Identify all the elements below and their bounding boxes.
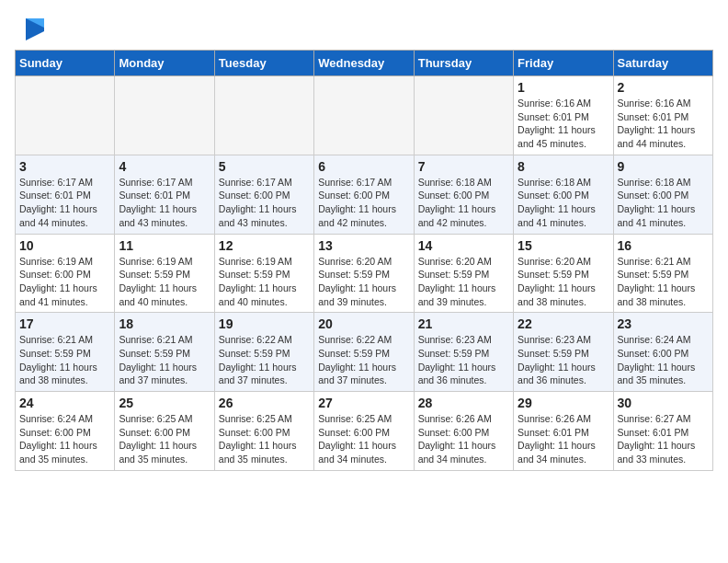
calendar-cell: 12Sunrise: 6:19 AMSunset: 5:59 PMDayligh… [214,234,313,313]
day-number: 4 [119,159,210,174]
calendar-week-row: 10Sunrise: 6:19 AMSunset: 6:00 PMDayligh… [16,234,713,313]
calendar-cell: 3Sunrise: 6:17 AMSunset: 6:01 PMDaylight… [16,155,115,234]
day-info: Sunrise: 6:17 AMSunset: 6:01 PMDaylight:… [119,176,210,230]
day-info: Sunrise: 6:19 AMSunset: 6:00 PMDaylight:… [19,255,110,309]
calendar-cell: 16Sunrise: 6:21 AMSunset: 5:59 PMDayligh… [613,234,712,313]
day-info: Sunrise: 6:24 AMSunset: 6:00 PMDaylight:… [618,333,709,387]
day-number: 19 [219,316,310,331]
calendar-cell: 14Sunrise: 6:20 AMSunset: 5:59 PMDayligh… [414,234,513,313]
day-info: Sunrise: 6:25 AMSunset: 6:00 PMDaylight:… [318,412,409,466]
day-info: Sunrise: 6:23 AMSunset: 5:59 PMDaylight:… [518,333,609,387]
calendar-cell: 5Sunrise: 6:17 AMSunset: 6:00 PMDaylight… [214,155,313,234]
day-info: Sunrise: 6:21 AMSunset: 5:59 PMDaylight:… [19,333,110,387]
day-info: Sunrise: 6:25 AMSunset: 6:00 PMDaylight:… [119,412,210,466]
day-info: Sunrise: 6:25 AMSunset: 6:00 PMDaylight:… [219,412,310,466]
header [15,15,713,40]
day-info: Sunrise: 6:17 AMSunset: 6:01 PMDaylight:… [19,176,110,230]
day-info: Sunrise: 6:19 AMSunset: 5:59 PMDaylight:… [119,255,210,309]
calendar-cell: 29Sunrise: 6:26 AMSunset: 6:01 PMDayligh… [514,392,613,471]
day-info: Sunrise: 6:26 AMSunset: 6:01 PMDaylight:… [518,412,609,466]
day-info: Sunrise: 6:19 AMSunset: 5:59 PMDaylight:… [219,255,310,309]
day-number: 5 [219,159,310,174]
day-number: 8 [518,159,609,174]
calendar-cell [214,76,313,155]
calendar-cell: 11Sunrise: 6:19 AMSunset: 5:59 PMDayligh… [115,234,214,313]
weekday-header: Tuesday [214,51,313,76]
calendar-cell: 18Sunrise: 6:21 AMSunset: 5:59 PMDayligh… [115,313,214,392]
day-number: 25 [119,396,210,410]
day-number: 29 [518,396,609,410]
day-number: 26 [219,396,310,410]
calendar-week-row: 1Sunrise: 6:16 AMSunset: 6:01 PMDaylight… [16,76,713,155]
day-number: 16 [618,238,709,253]
calendar-cell: 26Sunrise: 6:25 AMSunset: 6:00 PMDayligh… [214,392,313,471]
calendar-week-row: 24Sunrise: 6:24 AMSunset: 6:00 PMDayligh… [16,392,713,471]
day-info: Sunrise: 6:20 AMSunset: 5:59 PMDaylight:… [418,255,509,309]
weekday-header: Thursday [414,51,513,76]
day-info: Sunrise: 6:22 AMSunset: 5:59 PMDaylight:… [219,333,310,387]
calendar-cell: 7Sunrise: 6:18 AMSunset: 6:00 PMDaylight… [414,155,513,234]
calendar-cell: 1Sunrise: 6:16 AMSunset: 6:01 PMDaylight… [514,76,613,155]
calendar-cell [314,76,414,155]
calendar-cell: 25Sunrise: 6:25 AMSunset: 6:00 PMDayligh… [115,392,214,471]
weekday-header: Friday [514,51,613,76]
calendar-cell: 2Sunrise: 6:16 AMSunset: 6:01 PMDaylight… [613,76,712,155]
day-number: 6 [318,159,409,174]
day-info: Sunrise: 6:17 AMSunset: 6:00 PMDaylight:… [219,176,310,230]
calendar-cell: 24Sunrise: 6:24 AMSunset: 6:00 PMDayligh… [16,392,115,471]
calendar-cell: 27Sunrise: 6:25 AMSunset: 6:00 PMDayligh… [314,392,414,471]
calendar-cell: 23Sunrise: 6:24 AMSunset: 6:00 PMDayligh… [613,313,712,392]
calendar-cell: 19Sunrise: 6:22 AMSunset: 5:59 PMDayligh… [214,313,313,392]
day-info: Sunrise: 6:18 AMSunset: 6:00 PMDaylight:… [518,176,609,230]
day-info: Sunrise: 6:21 AMSunset: 5:59 PMDaylight:… [119,333,210,387]
weekday-header: Saturday [613,51,712,76]
weekday-header: Sunday [16,51,115,76]
day-info: Sunrise: 6:20 AMSunset: 5:59 PMDaylight:… [318,255,409,309]
day-info: Sunrise: 6:22 AMSunset: 5:59 PMDaylight:… [318,333,409,387]
day-number: 23 [618,316,709,331]
day-number: 7 [418,159,509,174]
day-number: 3 [19,159,110,174]
day-number: 21 [418,316,509,331]
calendar-cell [16,76,115,155]
calendar-cell: 20Sunrise: 6:22 AMSunset: 5:59 PMDayligh… [314,313,414,392]
day-number: 18 [119,316,210,331]
calendar: SundayMondayTuesdayWednesdayThursdayFrid… [15,50,713,471]
day-number: 14 [418,238,509,253]
calendar-cell: 10Sunrise: 6:19 AMSunset: 6:00 PMDayligh… [16,234,115,313]
calendar-cell: 9Sunrise: 6:18 AMSunset: 6:00 PMDaylight… [613,155,712,234]
day-info: Sunrise: 6:26 AMSunset: 6:00 PMDaylight:… [418,412,509,466]
calendar-cell: 4Sunrise: 6:17 AMSunset: 6:01 PMDaylight… [115,155,214,234]
day-info: Sunrise: 6:18 AMSunset: 6:00 PMDaylight:… [418,176,509,230]
calendar-week-row: 17Sunrise: 6:21 AMSunset: 5:59 PMDayligh… [16,313,713,392]
day-info: Sunrise: 6:20 AMSunset: 5:59 PMDaylight:… [518,255,609,309]
day-number: 13 [318,238,409,253]
day-number: 24 [19,396,110,410]
day-info: Sunrise: 6:17 AMSunset: 6:00 PMDaylight:… [318,176,409,230]
calendar-cell: 30Sunrise: 6:27 AMSunset: 6:01 PMDayligh… [613,392,712,471]
calendar-cell: 6Sunrise: 6:17 AMSunset: 6:00 PMDaylight… [314,155,414,234]
day-number: 9 [618,159,709,174]
day-info: Sunrise: 6:24 AMSunset: 6:00 PMDaylight:… [19,412,110,466]
day-number: 11 [119,238,210,253]
day-number: 12 [219,238,310,253]
day-number: 17 [19,316,110,331]
day-info: Sunrise: 6:18 AMSunset: 6:00 PMDaylight:… [618,176,709,230]
day-info: Sunrise: 6:27 AMSunset: 6:01 PMDaylight:… [618,412,709,466]
calendar-cell [414,76,513,155]
calendar-cell: 8Sunrise: 6:18 AMSunset: 6:00 PMDaylight… [514,155,613,234]
page: SundayMondayTuesdayWednesdayThursdayFrid… [0,0,728,486]
day-number: 30 [618,396,709,410]
logo-icon [18,15,44,40]
calendar-cell: 28Sunrise: 6:26 AMSunset: 6:00 PMDayligh… [414,392,513,471]
day-number: 10 [19,238,110,253]
day-number: 22 [518,316,609,331]
day-info: Sunrise: 6:23 AMSunset: 5:59 PMDaylight:… [418,333,509,387]
calendar-cell: 22Sunrise: 6:23 AMSunset: 5:59 PMDayligh… [514,313,613,392]
day-number: 27 [318,396,409,410]
calendar-cell: 21Sunrise: 6:23 AMSunset: 5:59 PMDayligh… [414,313,513,392]
calendar-cell: 13Sunrise: 6:20 AMSunset: 5:59 PMDayligh… [314,234,414,313]
day-info: Sunrise: 6:21 AMSunset: 5:59 PMDaylight:… [618,255,709,309]
calendar-header-row: SundayMondayTuesdayWednesdayThursdayFrid… [16,51,713,76]
day-number: 28 [418,396,509,410]
